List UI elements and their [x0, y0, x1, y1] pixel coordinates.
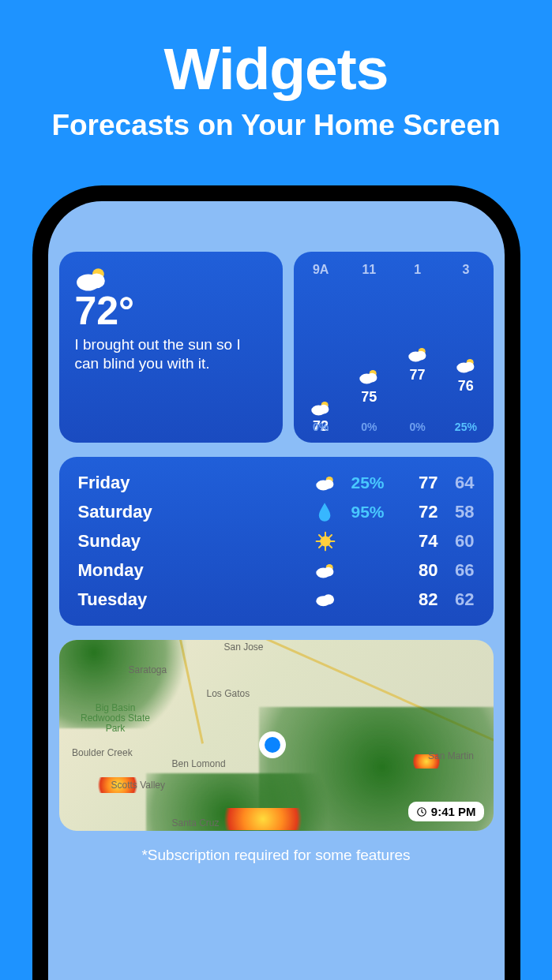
hero-subtitle: Forecasts on Your Home Screen: [0, 109, 552, 142]
day-high: 72: [397, 502, 438, 522]
hour-temp: 75: [361, 389, 377, 406]
day-name: Saturday: [78, 502, 309, 522]
hour-label: 9A: [313, 263, 329, 277]
hourly-column: 9A 72 0%: [297, 263, 345, 433]
svg-point-14: [464, 362, 474, 372]
svg-point-11: [415, 351, 426, 361]
svg-point-2: [88, 273, 104, 288]
map-label: Scotts Valley: [111, 780, 165, 791]
map-label: San Jose: [224, 641, 264, 653]
day-high: 80: [397, 560, 438, 581]
hourly-column: 11 75 0%: [345, 263, 393, 433]
day-low: 64: [438, 473, 475, 493]
hour-precip: 0%: [410, 421, 426, 433]
current-message: I brought out the sun so I can blind you…: [75, 335, 268, 373]
hour-precip: 0%: [313, 421, 329, 433]
phone-screen: 72° I brought out the sun so I can blind…: [48, 201, 505, 980]
current-temperature: 72°: [75, 291, 268, 331]
widget-current[interactable]: 72° I brought out the sun so I can blind…: [59, 252, 283, 443]
daily-row: Saturday 95% 72 58: [78, 502, 475, 522]
day-high: 74: [397, 531, 438, 552]
day-low: 66: [438, 560, 475, 581]
cloud-sun-icon: [309, 563, 342, 579]
svg-point-27: [320, 537, 330, 547]
svg-point-17: [323, 479, 333, 488]
cloud-sun-icon: [456, 357, 476, 376]
day-high: 82: [397, 589, 438, 610]
map-label: Boulder Creek: [72, 747, 133, 758]
phone-frame: 72° I brought out the sun so I can blind…: [32, 185, 520, 980]
day-low: 58: [438, 502, 475, 522]
map-label: Ben Lomond: [172, 758, 226, 769]
svg-point-5: [319, 405, 329, 414]
hour-precip: 0%: [361, 421, 377, 433]
day-name: Friday: [78, 473, 309, 493]
svg-point-32: [322, 595, 333, 605]
widget-daily[interactable]: Friday 25% 77 64 Saturday 95% 72 58 Sund…: [59, 457, 494, 626]
widget-radar-map[interactable]: 9:41 PM San JoseSaratogaLos GatosBig Bas…: [59, 640, 494, 831]
cloud-sun-icon: [359, 368, 379, 387]
map-label: Saratoga: [129, 664, 167, 675]
map-label: San Martin: [428, 750, 474, 761]
map-label: Santa Cruz: [172, 817, 220, 829]
day-name: Sunday: [78, 531, 309, 552]
day-low: 62: [438, 589, 475, 610]
hour-precip: 25%: [455, 421, 477, 433]
cloud-icon: [309, 592, 342, 608]
day-name: Tuesday: [78, 589, 309, 610]
hour-temp: 76: [458, 378, 474, 395]
daily-row: Monday 80 66: [78, 560, 475, 581]
daily-row: Sunday 74 60: [78, 531, 475, 552]
svg-point-8: [367, 373, 377, 383]
day-name: Monday: [78, 560, 309, 581]
widget-hourly[interactable]: 9A 72 0% 11 75 0% 1 77 0% 3: [294, 252, 494, 443]
hour-label: 1: [414, 263, 421, 277]
map-label: Los Gatos: [207, 688, 250, 699]
map-location-dot: [259, 731, 286, 758]
cloud-sun-icon: [310, 400, 331, 417]
hourly-column: 3 76 25%: [441, 263, 490, 433]
day-precip: 25%: [342, 473, 397, 492]
map-time-pill[interactable]: 9:41 PM: [408, 802, 484, 821]
daily-row: Tuesday 82 62: [78, 589, 475, 610]
hour-label: 3: [462, 263, 469, 277]
cloud-sun-icon: [407, 346, 428, 365]
hero-title: Widgets: [0, 35, 552, 103]
day-precip: 95%: [342, 503, 397, 522]
daily-row: Friday 25% 77 64: [78, 473, 475, 493]
raindrop-icon: [309, 502, 342, 522]
hourly-column: 1 77 0%: [393, 263, 441, 433]
hour-label: 11: [362, 263, 376, 277]
clock-icon: [416, 806, 427, 817]
day-high: 77: [397, 473, 438, 493]
sun-icon: [309, 531, 342, 552]
map-label: Big Basin Redwoods State Park: [72, 703, 159, 735]
hour-temp: 77: [410, 367, 426, 383]
day-low: 60: [438, 531, 475, 552]
svg-point-30: [323, 567, 333, 576]
map-time: 9:41 PM: [431, 805, 476, 818]
hero: Widgets Forecasts on Your Home Screen: [0, 0, 552, 142]
footnote: *Subscription required for some features: [59, 847, 494, 864]
cloud-sun-icon: [309, 475, 342, 492]
